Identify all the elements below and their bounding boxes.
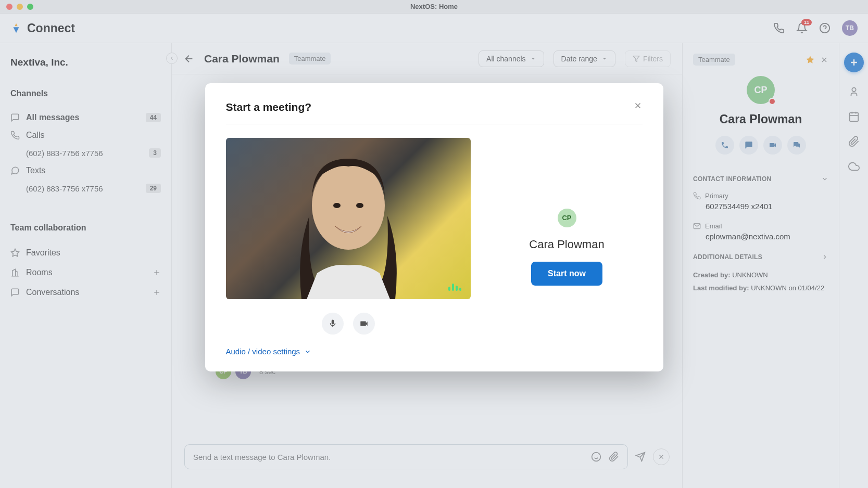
modal-close-button[interactable]	[633, 101, 643, 110]
meeting-contact-name: Cara Plowman	[529, 238, 604, 251]
mic-icon	[328, 319, 337, 328]
video-icon	[359, 319, 369, 328]
modal-title: Start a meeting?	[226, 101, 312, 113]
toggle-camera-button[interactable]	[353, 313, 375, 335]
chevron-down-icon	[304, 348, 311, 355]
audio-level-indicator	[448, 284, 461, 291]
svg-point-25	[312, 161, 385, 250]
start-now-button[interactable]: Start now	[531, 262, 602, 286]
toggle-mic-button[interactable]	[322, 313, 344, 335]
svg-point-27	[356, 203, 363, 208]
meeting-contact-avatar: CP	[558, 209, 576, 227]
av-settings-label: Audio / video settings	[226, 347, 300, 356]
start-meeting-modal: Start a meeting?	[205, 83, 663, 371]
person-preview-icon	[281, 138, 416, 299]
svg-point-26	[333, 203, 341, 208]
av-settings-toggle[interactable]: Audio / video settings	[226, 347, 471, 356]
camera-preview	[226, 138, 471, 299]
